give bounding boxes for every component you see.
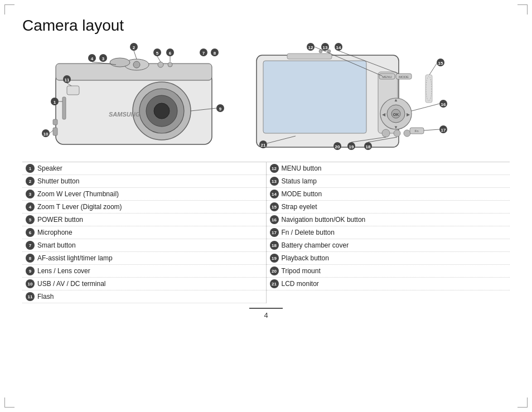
svg-line-44: [50, 130, 53, 133]
part-label: Shutter button: [37, 177, 79, 185]
part-label: Speaker: [37, 164, 62, 172]
svg-text:1: 1: [54, 100, 56, 105]
svg-text:2: 2: [133, 45, 136, 50]
part-label: Lens / Lens cover: [37, 267, 90, 275]
list-item: 19Playback button: [267, 252, 510, 265]
part-label: AF-assist light/timer lamp: [37, 254, 113, 262]
svg-point-63: [394, 130, 400, 137]
svg-text:6: 6: [169, 51, 172, 56]
svg-text:13: 13: [323, 45, 328, 50]
part-label: MODE button: [282, 190, 322, 198]
part-label: USB / AV / DC terminal: [37, 280, 105, 288]
svg-rect-7: [62, 97, 66, 119]
camera-back-diagram: OK ▲ ▼ ◀ ▶ MENU MODE: [234, 41, 457, 153]
list-item: 9Lens / Lens cover: [22, 265, 266, 278]
svg-text:OK: OK: [393, 113, 399, 117]
part-number: 12: [270, 164, 279, 173]
part-number: 16: [270, 215, 279, 224]
list-item: 3Zoom W Lever (Thumbnail): [22, 188, 266, 201]
svg-text:7: 7: [202, 51, 205, 56]
part-number: 3: [26, 190, 35, 198]
corner-mark-br: [518, 398, 528, 408]
svg-rect-8: [53, 128, 57, 135]
part-number: 14: [270, 190, 279, 198]
svg-text:MODE: MODE: [399, 75, 409, 79]
svg-line-82: [429, 64, 437, 75]
svg-rect-9: [53, 119, 57, 125]
front-svg: 4 3 5 6 2 1: [22, 41, 229, 153]
svg-line-88: [424, 129, 439, 130]
part-number: 4: [26, 202, 35, 211]
svg-text:19: 19: [349, 144, 354, 149]
list-item: 20Tripod mount: [267, 265, 510, 278]
svg-text:16: 16: [441, 102, 446, 107]
page-title: Camera layout: [22, 17, 510, 35]
back-svg: OK ▲ ▼ ◀ ▶ MENU MODE: [234, 41, 457, 153]
svg-line-85: [412, 104, 439, 111]
part-label: Tripod mount: [282, 267, 321, 275]
part-label: Smart button: [37, 241, 76, 249]
svg-text:8: 8: [214, 51, 216, 56]
list-item: 8AF-assist light/timer lamp: [22, 252, 266, 265]
list-item: 2Shutter button: [22, 175, 266, 188]
svg-text:SAMSUNG: SAMSUNG: [109, 111, 141, 118]
svg-line-28: [134, 51, 137, 59]
part-number: 18: [270, 241, 279, 250]
svg-text:17: 17: [441, 128, 446, 133]
corner-mark-tl: [4, 4, 14, 14]
part-label: MENU button: [282, 164, 322, 172]
part-label: Navigation button/OK button: [282, 216, 366, 224]
svg-text:MENU: MENU: [382, 75, 392, 79]
list-item: 17Fn / Delete button: [267, 226, 510, 239]
part-label: Status lamp: [282, 177, 317, 185]
svg-text:▶: ▶: [407, 112, 410, 117]
camera-front-diagram: 4 3 5 6 2 1: [22, 41, 229, 153]
svg-text:21: 21: [261, 143, 266, 148]
parts-column-right: 12MENU button13Status lamp14MODE button1…: [267, 162, 510, 303]
svg-text:Fn: Fn: [414, 129, 418, 133]
parts-list: 1Speaker2Shutter button3Zoom W Lever (Th…: [22, 162, 510, 303]
svg-text:4: 4: [91, 56, 94, 61]
svg-text:14: 14: [336, 45, 341, 50]
list-item: 18Battery chamber cover: [267, 239, 510, 252]
svg-text:15: 15: [438, 61, 443, 66]
list-item: 21LCD monitor: [267, 278, 510, 290]
list-item: 6Microphone: [22, 226, 266, 239]
svg-point-5: [154, 103, 170, 119]
part-number: 13: [270, 177, 279, 186]
corner-mark-bl: [4, 398, 14, 408]
part-number: 17: [270, 228, 279, 237]
part-number: 20: [270, 266, 279, 275]
part-label: Battery chamber cover: [282, 241, 349, 249]
part-label: LCD monitor: [282, 280, 319, 288]
svg-text:3: 3: [102, 56, 105, 61]
svg-text:◀: ◀: [382, 112, 386, 117]
part-number: 6: [26, 228, 35, 237]
svg-text:12: 12: [308, 45, 313, 50]
svg-line-22: [157, 56, 161, 62]
part-number: 9: [26, 266, 35, 275]
svg-text:18: 18: [366, 144, 371, 149]
part-label: Flash: [37, 293, 54, 300]
svg-text:9: 9: [219, 106, 222, 112]
list-item: 15Strap eyelet: [267, 201, 510, 214]
part-label: POWER button: [37, 216, 83, 224]
list-item: 11Flash: [22, 290, 266, 303]
list-item: 10USB / AV / DC terminal: [22, 278, 266, 290]
camera-diagrams: 4 3 5 6 2 1: [22, 41, 510, 153]
list-item: 16Navigation button/OK button: [267, 214, 510, 226]
svg-point-14: [110, 58, 130, 67]
svg-point-11: [133, 61, 140, 68]
part-number: 21: [270, 279, 279, 288]
part-label: Strap eyelet: [282, 203, 317, 211]
svg-text:▲: ▲: [394, 98, 398, 103]
svg-point-64: [404, 130, 410, 137]
list-item: 5POWER button: [22, 214, 266, 226]
page-number: 4: [249, 308, 283, 319]
svg-text:20: 20: [335, 144, 340, 149]
svg-point-62: [382, 129, 390, 137]
part-label: Microphone: [37, 229, 72, 236]
svg-text:10: 10: [43, 132, 49, 137]
list-item: 7Smart button: [22, 239, 266, 252]
list-item: 1Speaker: [22, 162, 266, 175]
